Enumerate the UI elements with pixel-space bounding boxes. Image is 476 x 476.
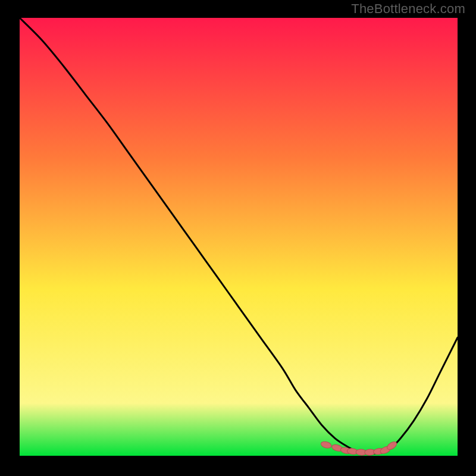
watermark-text: TheBottleneck.com xyxy=(351,1,465,17)
plot-area xyxy=(20,18,458,456)
bottleneck-chart xyxy=(20,18,458,456)
chart-frame: TheBottleneck.com xyxy=(0,0,476,476)
gradient-background xyxy=(20,18,458,456)
